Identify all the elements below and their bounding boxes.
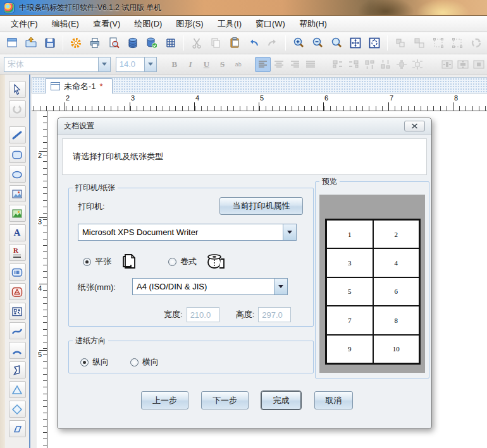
center-horizontal-button[interactable] xyxy=(439,57,455,72)
toolbar-separator xyxy=(285,35,286,51)
document-tab[interactable]: 未命名-1 * xyxy=(45,78,113,94)
ellipse-tool[interactable] xyxy=(9,166,26,183)
arc-tool[interactable] xyxy=(9,342,26,359)
cut-icon[interactable] xyxy=(187,34,206,52)
finish-button[interactable]: 完成 xyxy=(261,391,301,409)
menu-help[interactable]: 帮助(H) xyxy=(293,16,333,32)
align-right-button[interactable] xyxy=(287,57,303,72)
printer-properties-button[interactable]: 当前打印机属性 xyxy=(219,197,303,215)
paper-size-dropdown-icon[interactable] xyxy=(274,279,287,294)
landscape-radio-label[interactable]: 横向 xyxy=(142,356,159,368)
select-all-icon[interactable] xyxy=(448,34,467,52)
menu-draw[interactable]: 绘图(D) xyxy=(128,16,168,32)
save-icon[interactable] xyxy=(40,34,59,52)
char-spacing-button[interactable]: ab xyxy=(230,57,246,72)
paste-icon[interactable] xyxy=(225,34,244,52)
ungroup-icon[interactable] xyxy=(410,34,429,52)
roll-radio-label[interactable]: 卷式 xyxy=(180,256,197,267)
font-family-dropdown-icon[interactable] xyxy=(99,57,111,72)
parallelogram-tool[interactable] xyxy=(9,420,26,437)
height-input[interactable] xyxy=(258,307,291,322)
bold-button[interactable]: B xyxy=(166,57,182,72)
center-both-button[interactable] xyxy=(471,57,487,72)
printer-combo-dropdown-icon[interactable] xyxy=(283,224,296,240)
open-file-icon[interactable] xyxy=(22,34,40,52)
align-right-edges-button[interactable] xyxy=(346,57,362,72)
align-bottom-edges-button[interactable] xyxy=(378,57,393,72)
font-size-value[interactable]: 14.0 xyxy=(116,57,145,72)
previous-step-button[interactable]: 上一步 xyxy=(141,391,188,409)
line-tool[interactable] xyxy=(9,126,26,143)
richtext-tool[interactable]: R xyxy=(9,244,26,261)
next-step-button[interactable]: 下一步 xyxy=(201,391,249,409)
align-left-edges-button[interactable] xyxy=(330,57,346,72)
sheet-radio-label[interactable]: 平张 xyxy=(95,256,111,267)
sheet-radio[interactable] xyxy=(83,258,91,266)
diamond-tool[interactable] xyxy=(9,401,26,418)
logo-tool[interactable] xyxy=(9,283,26,300)
zoom-in-icon[interactable] xyxy=(289,34,308,52)
dialog-titlebar[interactable]: 文档设置 xyxy=(58,118,431,135)
dialog-close-button[interactable] xyxy=(404,121,425,131)
barcode-tool[interactable] xyxy=(9,263,26,281)
menu-shape[interactable]: 图形(S) xyxy=(170,16,209,32)
underline-button[interactable]: U xyxy=(199,57,214,72)
font-family-combo[interactable]: 宋体 xyxy=(4,57,111,72)
undo-icon[interactable] xyxy=(244,34,263,52)
rotate-tool[interactable] xyxy=(9,100,26,118)
new-document-icon[interactable] xyxy=(3,34,22,52)
database-connect-icon[interactable] xyxy=(142,34,161,52)
fit-page-icon[interactable] xyxy=(346,34,365,52)
printer-combo-value: Microsoft XPS Document Writer xyxy=(78,227,283,237)
width-input[interactable] xyxy=(187,307,219,322)
portrait-radio[interactable] xyxy=(80,358,89,366)
rotate-object-icon[interactable] xyxy=(467,34,486,52)
grid-icon[interactable] xyxy=(161,34,180,52)
polygon-tool[interactable] xyxy=(9,361,26,378)
align-justify-button[interactable] xyxy=(303,57,319,72)
copy-icon[interactable] xyxy=(206,34,225,52)
strikethrough-button[interactable]: S xyxy=(214,57,230,72)
distribute-vertical-button[interactable] xyxy=(410,57,426,72)
document-settings-gear-icon[interactable] xyxy=(66,34,85,52)
font-family-value[interactable]: 宋体 xyxy=(4,57,99,72)
cancel-button[interactable]: 取消 xyxy=(314,391,353,409)
window-title: 中琅条码标签打印软件-V6.1.2 试用版 单机 xyxy=(19,3,161,13)
paper-size-combo[interactable]: A4 (ISO/DIN & JIS) xyxy=(132,278,288,295)
qrcode-tool[interactable] xyxy=(9,303,26,320)
print-preview-icon[interactable] xyxy=(104,34,123,52)
font-size-combo[interactable]: 14.0 xyxy=(116,57,157,72)
rounded-rect-tool[interactable] xyxy=(9,146,26,163)
center-vertical-button[interactable] xyxy=(455,57,471,72)
triangle-tool[interactable] xyxy=(9,381,26,398)
landscape-radio[interactable] xyxy=(130,358,139,366)
portrait-radio-label[interactable]: 纵向 xyxy=(92,356,109,368)
menu-edit[interactable]: 编辑(E) xyxy=(46,16,85,32)
distribute-horizontal-button[interactable] xyxy=(393,57,409,72)
print-icon[interactable] xyxy=(85,34,104,52)
select-tool[interactable] xyxy=(9,81,26,98)
font-size-dropdown-icon[interactable] xyxy=(145,57,157,72)
text-tool[interactable]: A xyxy=(9,224,26,241)
redo-icon[interactable] xyxy=(263,34,282,52)
menu-tools[interactable]: 工具(I) xyxy=(212,16,247,32)
group-icon[interactable] xyxy=(391,34,410,52)
printer-label: 打印机: xyxy=(78,201,105,212)
zoom-out-icon[interactable] xyxy=(308,34,327,52)
align-left-button[interactable] xyxy=(255,57,271,72)
picture-tool[interactable] xyxy=(9,205,26,222)
printer-combo[interactable]: Microsoft XPS Document Writer xyxy=(78,224,297,241)
align-center-button[interactable] xyxy=(271,57,287,72)
image-tool[interactable] xyxy=(9,185,26,202)
zoom-icon[interactable] xyxy=(327,34,346,52)
menu-file[interactable]: 文件(F) xyxy=(5,16,44,32)
database-icon[interactable] xyxy=(123,34,142,52)
menu-view[interactable]: 查看(V) xyxy=(87,16,126,32)
fit-selection-icon[interactable] xyxy=(365,34,384,52)
curve-tool[interactable] xyxy=(9,322,26,339)
align-top-edges-button[interactable] xyxy=(362,57,378,72)
select-area-icon[interactable] xyxy=(429,34,448,52)
menu-window[interactable]: 窗口(W) xyxy=(250,16,291,32)
roll-radio[interactable] xyxy=(168,258,176,266)
italic-button[interactable]: I xyxy=(183,57,199,72)
